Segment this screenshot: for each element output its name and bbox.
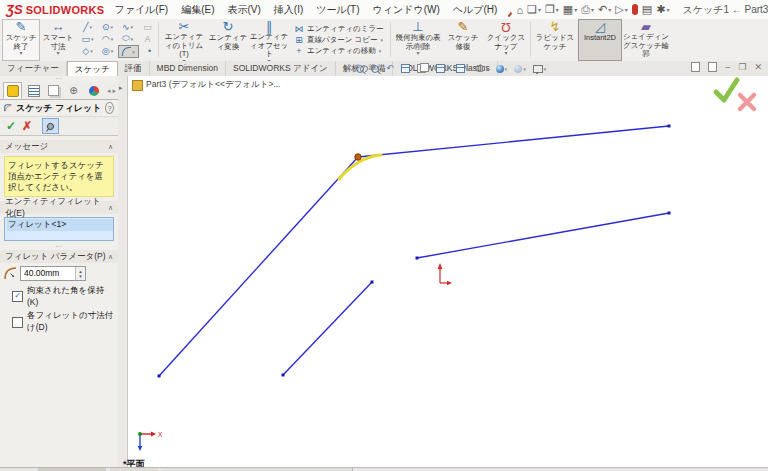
chevron-down-icon[interactable]: ▾ [591, 6, 594, 13]
zoom-to-fit-icon[interactable] [356, 65, 364, 73]
tab-feature-manager[interactable] [25, 83, 42, 98]
exit-sketch-button[interactable]: ✎ スケッチ終了 ▾ [2, 19, 40, 61]
menu-item[interactable]: ヘルプ(H) [453, 3, 498, 17]
view-orientation-icon[interactable]: ▾ [436, 64, 449, 73]
help-icon[interactable]: ? [105, 102, 114, 114]
cascade-icon[interactable] [691, 62, 700, 72]
menu-item[interactable]: 挿入(I) [274, 3, 303, 17]
chevron-down-icon[interactable]: ▾ [379, 48, 382, 54]
mirror-entities-button[interactable]: ⋈ エンティティのミラー [294, 24, 384, 34]
chevron-down-icon[interactable]: ▾ [19, 51, 22, 56]
chevron-down-icon[interactable]: ▾ [91, 36, 94, 42]
ellipse-tool-icon[interactable]: ⬭▾ [118, 33, 137, 44]
menu-item[interactable]: ツール(T) [316, 3, 359, 17]
print-icon[interactable]: ⎙▾ [580, 3, 595, 16]
options-list-icon[interactable]: ▤ [641, 3, 653, 16]
doc-close-button[interactable]: ✕ [754, 62, 762, 72]
trim-entities-button[interactable]: ✂ エンティティのトリム(T) ▾ [161, 20, 207, 59]
rebuild-traffic-icon[interactable] [631, 4, 639, 15]
keep-constrained-corners-row[interactable]: ✓ 拘束された角を保持(K) [0, 282, 118, 307]
chevron-down-icon[interactable]: ▾ [111, 36, 114, 42]
chevron-down-icon[interactable]: ▾ [131, 24, 134, 30]
chevron-down-icon[interactable]: ▾ [574, 6, 577, 13]
checkbox-checked-icon[interactable]: ✓ [12, 291, 23, 302]
selected-entity-item[interactable]: フィレット<1> [7, 219, 113, 231]
spinner-arrows[interactable]: ▴▾ [75, 267, 85, 280]
chevron-down-icon[interactable]: ▾ [56, 51, 59, 56]
chevron-down-icon[interactable]: ▾ [504, 51, 507, 56]
menu-item[interactable]: ファイル(F) [114, 3, 168, 17]
spline-tool-icon[interactable]: ∿▾ [118, 21, 137, 32]
section-view-icon[interactable] [401, 64, 410, 73]
chevron-down-icon[interactable]: ▾ [544, 66, 547, 72]
chevron-down-icon[interactable]: ▾ [556, 6, 559, 13]
parameters-section-header[interactable]: フィレット パラメータ(P) ∧ [0, 250, 118, 263]
chevron-down-icon[interactable]: ▾ [111, 48, 114, 54]
tab-display-manager[interactable] [85, 83, 102, 98]
repair-sketch-button[interactable]: ✎ スケッチ修復 [444, 20, 482, 59]
ok-button[interactable]: ✓ [6, 119, 16, 133]
line-tool-icon[interactable]: ╱▾ [78, 21, 97, 32]
chevron-down-icon[interactable]: ▾ [380, 37, 383, 43]
entities-section-header[interactable]: エンティティフィレット化(E) ∧ [0, 201, 118, 214]
fillet-radius-field[interactable]: 40.00mm ▴▾ [20, 266, 86, 281]
dynamic-annotation-icon[interactable]: ▾ [417, 64, 430, 73]
collapse-icon[interactable]: ∧ [108, 253, 113, 261]
chevron-down-icon[interactable]: ▾ [666, 6, 669, 13]
fillet-tool-icon[interactable]: ▾ [118, 45, 139, 58]
flyout-feature-tree[interactable]: Part3 (デフォルト<<デフォルト>... [132, 79, 280, 91]
chevron-down-icon[interactable]: ▾ [90, 48, 93, 54]
menu-item[interactable]: 編集(E) [181, 3, 214, 17]
edit-appearance-icon[interactable]: ▾ [496, 65, 508, 73]
slot-tool-icon[interactable]: ▭ [138, 21, 157, 32]
tab-property-manager[interactable] [3, 82, 22, 99]
quick-snaps-button[interactable]: Ω クイックスナップ ▾ [484, 20, 528, 59]
conic-tool-icon[interactable]: ◎▾ [98, 45, 117, 56]
keep-visible-pin-button[interactable] [42, 118, 59, 134]
tile-icon[interactable] [708, 62, 717, 72]
panel-splitter[interactable]: ▸ [118, 76, 128, 467]
tab-scroll-left-icon[interactable]: ◂ [107, 87, 111, 95]
polygon-tool-icon[interactable]: ◇▾ [78, 45, 97, 56]
chevron-down-icon[interactable]: ▾ [608, 6, 611, 13]
tab-dimxpert[interactable]: ⊕ [65, 83, 82, 98]
previous-view-icon[interactable]: ↶ [386, 64, 394, 73]
doc-restore-button[interactable]: ❐ [738, 62, 746, 72]
tab-configurations[interactable] [45, 83, 62, 98]
offset-entities-button[interactable]: ∥ エンティティオフセット ▾ [249, 20, 289, 59]
instant2d-button[interactable]: ◿ Instant2D [578, 19, 622, 61]
display-style-icon[interactable]: ▾ [456, 64, 469, 73]
chevron-down-icon[interactable]: ▾ [446, 66, 449, 72]
linear-pattern-button[interactable]: ⊞ 直線パターン コピー ▾ [294, 35, 384, 45]
display-delete-relations-button[interactable]: ⊥ 幾何拘束の表示/削除 ▾ [394, 20, 442, 59]
chevron-down-icon[interactable]: ▾ [131, 36, 134, 42]
entities-selection-listbox[interactable]: フィレット<1> [4, 217, 114, 241]
checkbox-unchecked-icon[interactable] [12, 317, 23, 328]
rapid-sketch-button[interactable]: ↯ ラピッドスケッチ [534, 20, 576, 59]
convert-entities-button[interactable]: ↻ エンティティ変換 [208, 20, 248, 59]
tab-scroll-right-icon[interactable]: ▸ [112, 87, 116, 95]
save-icon[interactable]: ▦▾ [562, 3, 578, 16]
doc-minimize-button[interactable]: ‒ [725, 62, 730, 72]
chevron-down-icon[interactable]: ▾ [625, 6, 628, 13]
open-icon[interactable]: ❐▾ [544, 3, 560, 16]
tab-5[interactable]: SOLIDWORKS アドイン [226, 61, 336, 76]
message-section-header[interactable]: メッセージ ∧ [0, 140, 118, 153]
chevron-down-icon[interactable]: ▾ [538, 6, 541, 13]
menu-item[interactable]: ウィンドウ(W) [373, 3, 440, 17]
tab-2[interactable]: スケッチ [67, 61, 118, 76]
graphics-area[interactable]: Part3 (デフォルト<<デフォルト>... *平面 [128, 76, 768, 467]
chevron-down-icon[interactable]: ▾ [505, 66, 508, 72]
undo-icon[interactable]: ↶▾ [597, 3, 612, 16]
apply-scene-icon[interactable]: ▾ [514, 65, 526, 73]
fillet-radius-value[interactable]: 40.00mm [21, 267, 75, 280]
chevron-down-icon[interactable]: ▾ [416, 51, 419, 56]
select-cursor-icon[interactable]: ▷▾ [614, 3, 628, 16]
new-document-icon[interactable]: ❏▾ [526, 3, 542, 16]
chevron-down-icon[interactable]: ▾ [466, 66, 469, 72]
chevron-down-icon[interactable]: ▾ [89, 24, 92, 30]
chevron-down-icon[interactable]: ▾ [486, 66, 489, 72]
settings-gear-icon[interactable]: ✱▾ [655, 3, 670, 16]
menu-item[interactable]: 表示(V) [227, 3, 260, 17]
circle-tool-icon[interactable]: ⊙▾ [98, 21, 117, 32]
